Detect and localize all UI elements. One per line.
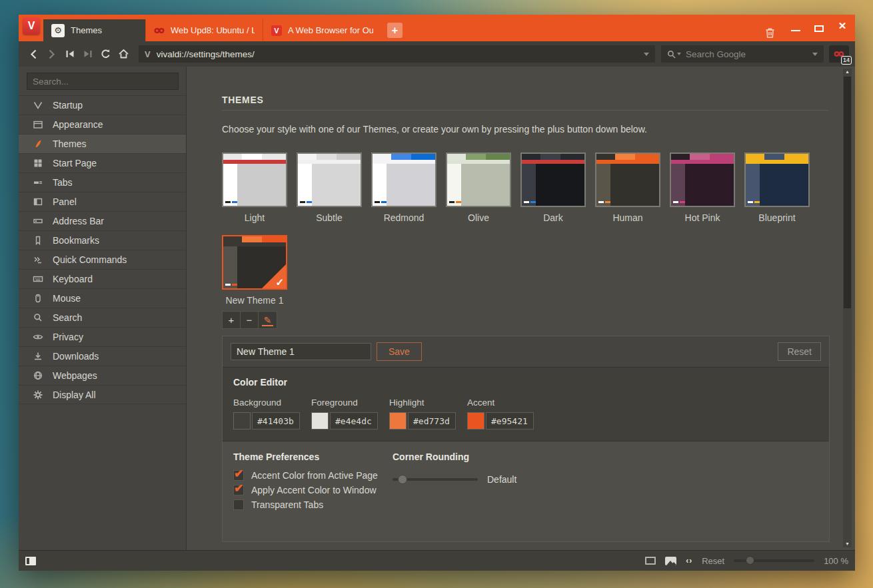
theme-preferences-title: Theme Preferences bbox=[233, 451, 382, 462]
sidebar-item-start-page[interactable]: Start Page bbox=[19, 153, 186, 172]
sidebar-item-tabs[interactable]: Tabs bbox=[19, 172, 186, 192]
maximize-button[interactable] bbox=[814, 23, 824, 35]
theme-name-label: Dark bbox=[520, 212, 586, 223]
scrollbar-thumb[interactable] bbox=[844, 77, 851, 308]
sidebar-item-startup[interactable]: Startup bbox=[19, 95, 186, 115]
tab-themes[interactable]: ⚙ Themes bbox=[43, 19, 145, 41]
minimize-button[interactable] bbox=[791, 23, 800, 35]
theme-preview[interactable] bbox=[520, 152, 586, 207]
search-field[interactable]: Search Google bbox=[661, 45, 824, 63]
save-button[interactable]: Save bbox=[377, 342, 422, 361]
theme-name-input[interactable] bbox=[231, 343, 371, 360]
scroll-up-icon[interactable]: ▲ bbox=[843, 69, 852, 75]
vivaldi-menu-button[interactable]: V bbox=[23, 17, 40, 35]
sidebar-item-themes[interactable]: Themes bbox=[19, 134, 186, 153]
scrollbar[interactable]: ▲ ▼ bbox=[843, 69, 852, 547]
slider-handle[interactable] bbox=[398, 475, 407, 484]
add-theme-button[interactable]: + bbox=[223, 312, 241, 328]
zoom-reset-button[interactable]: Reset bbox=[702, 556, 724, 566]
sidebar-item-keyboard[interactable]: Keyboard bbox=[19, 269, 186, 288]
images-toggle-icon[interactable] bbox=[665, 557, 676, 565]
sidebar-item-mouse[interactable]: Mouse bbox=[19, 288, 186, 308]
appearance-icon bbox=[33, 119, 43, 130]
theme-preview[interactable] bbox=[446, 152, 511, 207]
address-bar[interactable]: V vivaldi://settings/themes/ bbox=[139, 45, 655, 63]
remove-theme-button[interactable]: − bbox=[241, 312, 259, 328]
checkbox-checked[interactable] bbox=[233, 470, 244, 481]
capture-icon[interactable] bbox=[645, 557, 656, 565]
addressbar-icon bbox=[33, 216, 43, 226]
color-hex-input[interactable]: #ed773d bbox=[408, 412, 456, 430]
settings-search-input[interactable] bbox=[27, 73, 179, 90]
status-bar: ‹› Reset 100 % bbox=[19, 550, 855, 571]
sidebar-item-display-all[interactable]: Display All bbox=[19, 385, 186, 404]
sidebar-item-quick-commands[interactable]: Quick Commands bbox=[19, 250, 186, 269]
sidebar-item-address-bar[interactable]: Address Bar bbox=[19, 211, 186, 230]
close-button[interactable]: ✕ bbox=[838, 23, 847, 35]
extension-button[interactable]: 14 bbox=[829, 45, 849, 63]
theme-option-human[interactable]: Human bbox=[595, 152, 660, 223]
theme-option-new-theme-1[interactable]: ✓New Theme 1 bbox=[222, 235, 287, 306]
theme-preview[interactable] bbox=[670, 152, 735, 207]
home-button[interactable] bbox=[115, 45, 133, 63]
reload-button[interactable] bbox=[97, 45, 115, 63]
checkbox-checked[interactable] bbox=[233, 485, 244, 495]
sidebar-item-search[interactable]: Search bbox=[19, 308, 186, 327]
forward-button[interactable] bbox=[43, 45, 61, 63]
color-hex-input[interactable]: #e4e4dc bbox=[330, 412, 378, 430]
corner-rounding-slider[interactable] bbox=[393, 478, 478, 481]
color-field-label: Accent bbox=[467, 398, 534, 408]
browser-window: V ⚙ Themes Web Upd8: Ubuntu / Linux V A … bbox=[19, 15, 855, 571]
tab-vivaldi-site[interactable]: V A Web Browser for Our Fr bbox=[263, 19, 381, 41]
color-swatch[interactable] bbox=[389, 412, 407, 430]
sidebar-item-label: Keyboard bbox=[53, 274, 93, 284]
sidebar-item-label: Mouse bbox=[53, 293, 81, 304]
theme-name-label: Subtle bbox=[297, 212, 362, 223]
theme-preview[interactable] bbox=[595, 152, 660, 207]
edit-theme-button[interactable]: ✎ bbox=[259, 312, 277, 328]
checkbox-unchecked[interactable] bbox=[233, 499, 244, 510]
new-tab-button[interactable]: + bbox=[387, 23, 403, 38]
back-button[interactable] bbox=[25, 45, 43, 63]
theme-preview[interactable] bbox=[297, 152, 362, 207]
color-hex-input[interactable]: #e95421 bbox=[486, 412, 534, 430]
search-engine-dropdown-icon[interactable] bbox=[812, 53, 818, 56]
sidebar-item-bookmarks[interactable]: Bookmarks bbox=[19, 230, 186, 250]
sidebar-item-label: Display All bbox=[53, 390, 96, 400]
color-swatch[interactable] bbox=[467, 412, 484, 430]
color-swatch[interactable] bbox=[233, 412, 251, 430]
theme-preview[interactable] bbox=[744, 152, 810, 207]
sidebar-item-downloads[interactable]: Downloads bbox=[19, 346, 186, 366]
zoom-slider-handle[interactable] bbox=[746, 556, 754, 565]
color-field-label: Highlight bbox=[389, 398, 456, 408]
theme-preview[interactable] bbox=[371, 152, 436, 207]
theme-option-hot-pink[interactable]: Hot Pink bbox=[670, 152, 735, 223]
panel-toggle-icon[interactable] bbox=[25, 557, 36, 565]
fast-forward-button[interactable] bbox=[79, 45, 97, 63]
zoom-slider[interactable] bbox=[734, 559, 814, 562]
color-swatch[interactable] bbox=[311, 412, 329, 430]
page-actions-icon[interactable]: ‹› bbox=[686, 556, 692, 565]
tab-webupd8[interactable]: Web Upd8: Ubuntu / Linux bbox=[145, 19, 263, 41]
theme-option-redmond[interactable]: Redmond bbox=[371, 152, 436, 223]
trash-icon[interactable] bbox=[765, 27, 775, 39]
tab-bar: V ⚙ Themes Web Upd8: Ubuntu / Linux V A … bbox=[19, 15, 855, 41]
address-dropdown-icon[interactable] bbox=[644, 53, 649, 56]
reset-button[interactable]: Reset bbox=[778, 342, 821, 361]
theme-preview[interactable]: ✓ bbox=[222, 235, 287, 290]
theme-option-dark[interactable]: Dark bbox=[520, 152, 586, 223]
sidebar-item-privacy[interactable]: Privacy bbox=[19, 327, 186, 346]
color-hex-input[interactable]: #41403b bbox=[252, 412, 300, 430]
theme-option-light[interactable]: Light bbox=[222, 152, 287, 223]
quickcommands-icon bbox=[33, 254, 43, 265]
theme-option-subtle[interactable]: Subtle bbox=[297, 152, 362, 223]
displayall-icon bbox=[33, 390, 43, 400]
rewind-button[interactable] bbox=[61, 45, 79, 63]
theme-option-blueprint[interactable]: Blueprint bbox=[744, 152, 810, 223]
sidebar-item-webpages[interactable]: Webpages bbox=[19, 366, 186, 385]
theme-option-olive[interactable]: Olive bbox=[446, 152, 511, 223]
sidebar-item-appearance[interactable]: Appearance bbox=[19, 115, 186, 134]
sidebar-item-panel[interactable]: Panel bbox=[19, 192, 186, 211]
scroll-down-icon[interactable]: ▼ bbox=[843, 541, 852, 547]
theme-preview[interactable] bbox=[222, 152, 287, 207]
